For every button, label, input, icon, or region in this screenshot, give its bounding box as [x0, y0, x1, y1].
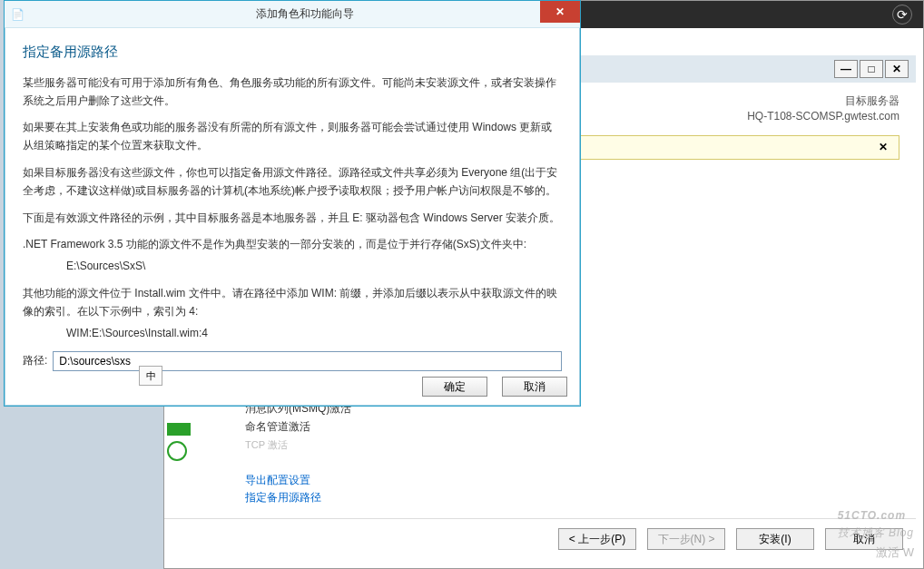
warning-close-icon[interactable]: ✕: [875, 141, 891, 153]
maximize-button[interactable]: □: [860, 60, 883, 78]
dialog-para-5: .NET Framework 3.5 功能的源文件不是作为典型安装的一部分安装的…: [23, 236, 562, 254]
dialog-para-4: 下面是有效源文件路径的示例，其中目标服务器是本地服务器，并且 E: 驱动器包含 …: [23, 210, 562, 228]
dialog-close-button[interactable]: ✕: [540, 1, 580, 23]
example-path-1: E:\Sources\SxS\: [23, 258, 562, 276]
refresh-icon[interactable]: ⟳: [892, 5, 912, 25]
alt-source-link[interactable]: 指定备用源路径: [245, 489, 321, 506]
green-bar-icon: [167, 423, 191, 436]
feature-list: 消息队列(MSMQ)激活 命名管道激活 TCP 激活: [245, 399, 351, 453]
minimize-button[interactable]: —: [834, 60, 858, 78]
button-separator: [164, 518, 916, 519]
dialog-title: 添加角色和功能向导: [30, 6, 580, 22]
dialog-icon: 📄: [5, 8, 30, 21]
side-indicator: [167, 417, 198, 490]
watermark-sub: 技术博客 Blog: [838, 525, 914, 541]
path-row: 路径:: [23, 351, 562, 371]
dialog-para-3: 如果目标服务器没有这些源文件，你也可以指定备用源文件路径。源路径或文件共享必须为…: [23, 164, 562, 201]
green-circle-icon: [167, 441, 187, 461]
example-path-2: WIM:E:\Sources\Install.wim:4: [23, 325, 562, 343]
dialog-titlebar: 📄 添加角色和功能向导 ✕: [5, 1, 580, 28]
next-button: 下一步(N) >: [647, 528, 725, 550]
window-controls: — □ ✕: [834, 60, 909, 78]
dialog-para-6: 其他功能的源文件位于 Install.wim 文件中。请在路径中添加 WIM: …: [23, 285, 562, 321]
install-button[interactable]: 安装(I): [736, 528, 814, 550]
watermark-text: 51CTO.com: [838, 509, 906, 522]
previous-button[interactable]: < 上一步(P): [558, 528, 636, 550]
path-label: 路径:: [23, 352, 47, 370]
watermark-logo: 51CTO.com 技术博客 Blog: [838, 496, 914, 541]
activate-windows-text: 激活 W: [876, 544, 914, 561]
feature-item: 命名管道激活: [245, 417, 351, 436]
path-input[interactable]: [53, 351, 562, 371]
dialog-heading: 指定备用源路径: [23, 41, 562, 64]
dialog-cancel-button[interactable]: 取消: [502, 377, 567, 397]
dialog-button-row: 确定 取消: [422, 377, 567, 397]
alt-source-dialog: 📄 添加角色和功能向导 ✕ 指定备用源路径 某些服务器可能没有可用于添加所有角色…: [4, 0, 581, 407]
close-button[interactable]: ✕: [885, 60, 909, 78]
dialog-para-2: 如果要在其上安装角色或功能的服务器没有所需的所有源文件，则服务器可能会尝试通过使…: [23, 119, 562, 155]
dialog-body: 指定备用源路径 某些服务器可能没有可用于添加所有角色、角色服务或功能的所有源文件…: [5, 28, 580, 378]
dialog-para-1: 某些服务器可能没有可用于添加所有角色、角色服务或功能的所有源文件。可能尚未安装源…: [23, 74, 562, 111]
feature-item: TCP 激活: [245, 437, 351, 454]
link-block: 导出配置设置 指定备用源路径: [245, 472, 321, 506]
ok-button[interactable]: 确定: [422, 377, 487, 397]
ime-indicator[interactable]: 中: [139, 366, 162, 386]
export-config-link[interactable]: 导出配置设置: [245, 472, 321, 489]
